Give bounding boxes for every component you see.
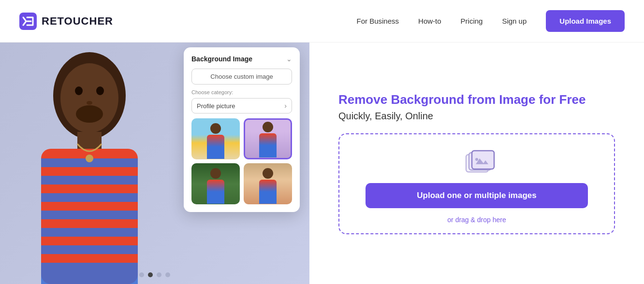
svg-rect-7 [41,211,138,219]
logo-icon [19,13,37,30]
background-image-card: Background Image ⌄ Choose custom image C… [184,47,300,212]
carousel-dot-2[interactable] [148,272,153,277]
background-thumbnails [191,118,292,204]
choose-custom-image-button[interactable]: Choose custom image [191,69,292,85]
category-dropdown[interactable]: Profile picture › [191,98,292,114]
upload-dropzone[interactable]: Upload one or multiple images or drag & … [338,133,615,234]
nav-pricing[interactable]: Pricing [461,17,483,25]
choose-category-label: Choose category: [191,89,292,95]
svg-rect-8 [41,228,138,237]
upload-multiple-images-button[interactable]: Upload one or multiple images [366,183,588,208]
card-header: Background Image ⌄ [191,55,292,63]
thumb-desert[interactable] [244,163,292,204]
right-panel: Remove Background from Image for Free Qu… [309,43,644,284]
category-value: Profile picture [197,102,235,110]
nav: For Business How-to Pricing Sign up Uplo… [357,10,625,32]
nav-sign-up[interactable]: Sign up [502,17,527,25]
main: Background Image ⌄ Choose custom image C… [0,43,644,284]
drag-drop-label: or drag & drop here [447,216,506,224]
svg-point-12 [75,86,83,95]
svg-rect-5 [41,176,138,185]
chevron-down-icon[interactable]: ⌄ [286,55,292,63]
svg-point-14 [87,101,92,105]
svg-rect-9 [41,245,138,254]
svg-point-20 [475,158,478,161]
person-image [15,43,164,284]
thumb-leaves[interactable] [191,163,240,204]
svg-point-15 [76,105,103,123]
nav-how-to[interactable]: How-to [418,17,441,25]
hero-title: Remove Background from Image for Free [338,92,615,107]
header: RETOUCHER For Business How-to Pricing Si… [0,0,644,43]
svg-point-13 [96,86,104,95]
card-title: Background Image [191,55,252,63]
header-upload-button[interactable]: Upload Images [546,10,625,32]
svg-point-16 [86,155,93,162]
left-panel: Background Image ⌄ Choose custom image C… [0,43,309,284]
carousel-dot-1[interactable] [139,272,144,277]
logo-text: RETOUCHER [42,15,113,28]
svg-rect-6 [41,193,138,202]
upload-images-icon [462,149,491,175]
carousel-dot-4[interactable] [165,272,170,277]
logo[interactable]: RETOUCHER [19,13,113,30]
svg-rect-19 [472,151,494,169]
carousel-dots [139,272,170,277]
carousel-dot-3[interactable] [157,272,161,277]
nav-for-business[interactable]: For Business [357,17,399,25]
thumb-purple-selected[interactable] [244,118,292,159]
svg-rect-10 [41,263,138,284]
thumb-beach[interactable] [191,118,240,159]
hero-subtitle: Quickly, Easily, Online [338,111,615,122]
category-arrow-icon: › [284,102,287,110]
